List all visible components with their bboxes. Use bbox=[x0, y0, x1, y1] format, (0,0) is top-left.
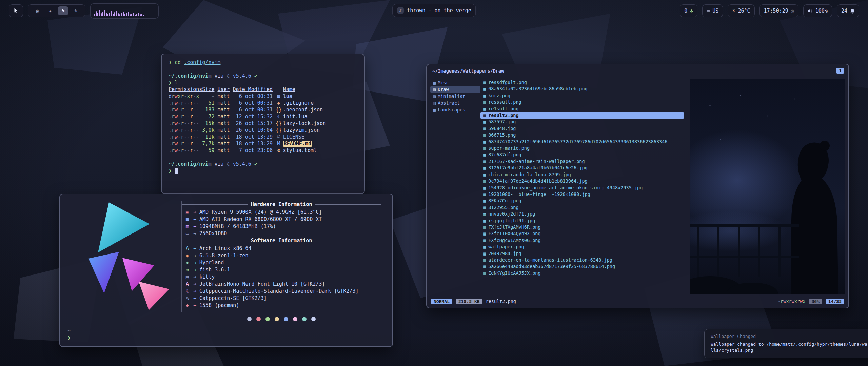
image-file-icon: ▦ bbox=[483, 165, 486, 171]
image-file-icon: ▦ bbox=[483, 263, 486, 270]
file-row[interactable]: ▦ressdfgult.png bbox=[480, 79, 684, 86]
distro-logo bbox=[69, 202, 171, 310]
file-row[interactable]: ▦wallpaper.png bbox=[480, 244, 684, 250]
weather-widget[interactable]: ☀ 26°C bbox=[728, 4, 754, 17]
visualizer-bar bbox=[94, 14, 95, 16]
workspaces[interactable]: ◉✦⚑✎ bbox=[28, 4, 85, 17]
file-row[interactable]: ▦kurz.png bbox=[480, 93, 684, 99]
fetch-shell-prompt[interactable]: ~ ❯ bbox=[67, 327, 71, 342]
icon-theme-icon: ✎ bbox=[186, 295, 193, 302]
palette-dot bbox=[247, 317, 252, 321]
launcher-button[interactable] bbox=[9, 4, 23, 17]
keyboard-layout-widget[interactable]: ⌨ US bbox=[702, 4, 723, 17]
file-row[interactable]: ▦FXfcJlTXgAMvH6R.png bbox=[480, 224, 684, 230]
sidebar-folder-misc[interactable]: ▤Misc bbox=[430, 79, 480, 86]
notifications-widget[interactable]: 24 bbox=[837, 4, 859, 17]
workspace-browser-icon[interactable]: ◉ bbox=[32, 6, 42, 15]
license-icon: © bbox=[276, 134, 282, 140]
updates-count: 0 bbox=[684, 8, 687, 14]
file-row[interactable]: ▦19201080-__blue-tinge__-1920×1080.jpg bbox=[480, 191, 684, 198]
file-row[interactable]: ▦587597.jpg bbox=[480, 119, 684, 125]
image-file-icon: ▦ bbox=[483, 93, 486, 99]
toml-icon: ⚙ bbox=[276, 147, 282, 154]
audio-visualizer[interactable] bbox=[90, 3, 159, 19]
image-file-icon: ▦ bbox=[483, 191, 486, 198]
arrow-icon: → bbox=[193, 223, 196, 230]
fetch-row-kernel: ◈→6.5.8-zen1-1-zen bbox=[186, 252, 377, 259]
sun-icon: ☀ bbox=[732, 8, 735, 14]
image-file-icon: ▦ bbox=[483, 230, 486, 237]
media-widget[interactable]: ♪ thrown - on the verge bbox=[392, 4, 476, 17]
file-row[interactable]: ▦atardecer-en-la-montanas-ilustracion-63… bbox=[480, 257, 684, 263]
file-row[interactable]: ▦re1sult.png bbox=[480, 106, 684, 112]
fetch-window[interactable]: Hardware Information ▣→AMD Ryzen 9 5900X… bbox=[59, 194, 393, 347]
arrow-icon: → bbox=[193, 302, 196, 309]
image-file-icon: ▦ bbox=[483, 237, 486, 244]
clock-widget[interactable]: 17:50:29 ◷ bbox=[760, 4, 798, 17]
file-row[interactable]: ▦result2.png bbox=[480, 112, 684, 119]
volume-widget[interactable]: 100% bbox=[803, 4, 832, 17]
terminal-color-palette bbox=[181, 317, 381, 321]
fetch-row-memory: ▥→10948MiB / 64183MiB (17%) bbox=[186, 223, 377, 230]
visualizer-bar bbox=[96, 11, 97, 16]
workspace-design-icon[interactable]: ✎ bbox=[71, 6, 81, 15]
tab-badge[interactable]: 1 bbox=[836, 68, 844, 74]
gpu-icon: ▦ bbox=[186, 216, 193, 223]
fetch-row-icon-theme: ✎→Catppuccin-SE [GTK2/3] bbox=[186, 295, 377, 302]
file-row[interactable]: ▦8FKa7Cu.jpeg bbox=[480, 198, 684, 204]
updates-widget[interactable]: 0 ☘ bbox=[680, 4, 697, 17]
image-file-icon: ▦ bbox=[483, 112, 486, 119]
file-row[interactable]: ▦nnvuv0xj2df71.jpg bbox=[480, 211, 684, 217]
workspace-files-icon[interactable]: ⚑ bbox=[58, 6, 68, 15]
image-file-icon: ▦ bbox=[483, 79, 486, 86]
memory-icon: ▥ bbox=[186, 223, 193, 230]
file-row[interactable]: ▦EeNKYgIUcAAJ5JX.png bbox=[480, 270, 684, 277]
file-row[interactable]: ▦resssult.png bbox=[480, 99, 684, 105]
sidebar-folder-minimalist[interactable]: ▤Minimalist bbox=[430, 93, 480, 100]
file-row[interactable]: ▦0c794faf07de24a4db4d4fb1eb813964.jpg bbox=[480, 178, 684, 184]
image-file-icon: ▦ bbox=[483, 145, 486, 151]
terminal-window[interactable]: ❯ cd .config/nvim ~/.config/nvim via ☾ v… bbox=[161, 54, 365, 194]
file-row[interactable]: ▦08a634fa02a32364f69ebc86a98eb1eb.png bbox=[480, 86, 684, 92]
keyboard-layout: US bbox=[712, 8, 718, 14]
file-row[interactable]: ▦FXfcII0X0AQyn9X.png bbox=[480, 230, 684, 237]
file-row[interactable]: ▦154928-odinokoe_anime-art-anime-okno-si… bbox=[480, 185, 684, 191]
palette-dot bbox=[302, 317, 307, 321]
visualizer-bar bbox=[136, 14, 137, 16]
file-row[interactable]: ▦866715.png bbox=[480, 132, 684, 138]
visualizer-bar bbox=[141, 14, 142, 16]
sidebar-folder-draw[interactable]: ▤Draw bbox=[430, 86, 480, 93]
palette-dot bbox=[265, 317, 270, 321]
file-row[interactable]: ▦super-mario.png bbox=[480, 145, 684, 151]
ls-row: .rw-r--r--7,7kmatt18 oct 13:29MREADME.md bbox=[169, 140, 357, 147]
file-row[interactable]: ▦chica-mirando-la-luna-8799.jpg bbox=[480, 171, 684, 178]
arrow-icon: → bbox=[193, 281, 196, 288]
visualizer-bar bbox=[133, 13, 134, 16]
file-row[interactable]: ▦217167-sad-anime-rain-wallpaper.png bbox=[480, 158, 684, 165]
hardware-section-header: Hardware Information bbox=[182, 201, 381, 208]
git-icon: ◆ bbox=[276, 100, 282, 106]
image-file-icon: ▦ bbox=[483, 204, 486, 211]
file-row[interactable]: ▦rsjqojlmjhf91.jpg bbox=[480, 218, 684, 224]
wm-icon: ❖ bbox=[186, 259, 193, 266]
file-row[interactable]: ▦87r687df.png bbox=[480, 151, 684, 158]
file-row[interactable]: ▦596848.jpg bbox=[480, 125, 684, 132]
file-row[interactable]: ▦5a266e448add93deab367d87173e9f25-683788… bbox=[480, 263, 684, 270]
sidebar-folder-abstract[interactable]: ▤Abstract bbox=[430, 100, 480, 106]
file-row[interactable]: ▦3126f7e9bbf21a8a4af0b67b041c6e26.jpg bbox=[480, 165, 684, 171]
file-manager-window[interactable]: ~/Imagenes/Wallpapers/Draw 1 ▤Misc▤Draw▤… bbox=[426, 64, 849, 308]
visualizer-bar bbox=[140, 14, 141, 16]
notification-toast[interactable]: Wallpaper Changed Wallpaper changed to /… bbox=[704, 329, 868, 358]
file-row[interactable]: ▦3122955.png bbox=[480, 204, 684, 211]
file-row[interactable]: ▦20492984.jpg bbox=[480, 250, 684, 257]
resolution-icon: ▭ bbox=[186, 230, 193, 237]
file-row[interactable]: ▦68747470733a2f2f696d616765732d7769786d7… bbox=[480, 139, 684, 145]
list-position-badge: 14/38 bbox=[826, 299, 844, 304]
sidebar-folder-landscapes[interactable]: ▤Landscapes bbox=[430, 106, 480, 113]
palette-dot bbox=[293, 317, 297, 321]
file-row[interactable]: ▦FXfcHgcWIAMzs0G.png bbox=[480, 237, 684, 244]
fetch-row-shell: ≈→fish 3.6.1 bbox=[186, 266, 377, 273]
software-rows: Λ→Arch Linux x86_64◈→6.5.8-zen1-1-zen❖→H… bbox=[186, 245, 377, 309]
shell-prompt[interactable]: ❯ bbox=[169, 167, 357, 174]
workspace-chat-icon[interactable]: ✦ bbox=[45, 6, 55, 15]
